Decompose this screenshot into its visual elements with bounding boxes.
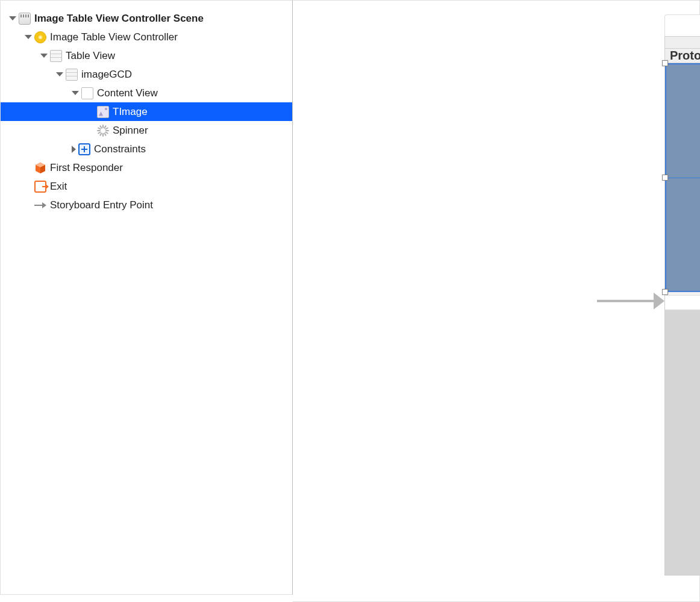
- outline-label-spinner: Spinner: [113, 125, 148, 137]
- imageview-icon: [97, 106, 109, 118]
- outline-label-constraints: Constraints: [94, 143, 146, 155]
- activity-indicator-icon: [97, 125, 109, 137]
- section-gap: [665, 296, 700, 310]
- outline-row-scene[interactable]: Image Table View Controller Scene: [1, 9, 292, 28]
- scene-icon: [19, 13, 31, 25]
- disclosure-spacer: [87, 127, 95, 134]
- disclosure-triangle-icon[interactable]: [25, 35, 32, 39]
- outline-row-constraints[interactable]: Constraints: [1, 140, 292, 158]
- outline-row-timage[interactable]: TImage: [1, 102, 292, 121]
- resize-handle-tl[interactable]: [662, 60, 668, 66]
- device-frame: Prototype Cells UI: [664, 36, 700, 576]
- disclosure-triangle-icon[interactable]: [9, 16, 16, 20]
- outline-label-vc: Image Table View Controller: [50, 31, 178, 43]
- scene-dock[interactable]: [664, 14, 700, 36]
- outline-row-exit[interactable]: Exit: [1, 177, 292, 196]
- outline-label-cell: imageGCD: [81, 69, 132, 81]
- constraints-icon: [78, 143, 90, 155]
- storyboard-canvas[interactable]: Prototype Cells UI: [293, 0, 700, 602]
- prototype-cell[interactable]: UIImageView: [665, 63, 700, 292]
- outline-label-tableview: Table View: [66, 50, 115, 62]
- outline-label-scene: Image Table View Controller Scene: [34, 13, 204, 25]
- disclosure-triangle-icon[interactable]: [40, 54, 48, 58]
- disclosure-spacer: [25, 202, 32, 209]
- outline-label-exit: Exit: [50, 181, 67, 193]
- disclosure-spacer: [87, 108, 95, 116]
- disclosure-spacer: [25, 164, 32, 172]
- outline-row-viewcontroller[interactable]: Image Table View Controller: [1, 28, 292, 46]
- status-bar: [665, 37, 700, 49]
- disclosure-triangle-icon[interactable]: [72, 146, 76, 153]
- entry-point-arrow-icon: [34, 199, 46, 211]
- outline-row-entry-point[interactable]: Storyboard Entry Point: [1, 196, 292, 214]
- outline-row-tableview[interactable]: Table View: [1, 46, 292, 65]
- outline-label-contentview: Content View: [97, 87, 158, 99]
- storyboard-entry-arrow-icon[interactable]: [597, 293, 664, 309]
- tablecell-icon: [66, 69, 78, 81]
- outline-row-contentview[interactable]: Content View: [1, 84, 292, 102]
- uiimageview[interactable]: [665, 63, 700, 292]
- first-responder-icon: [34, 162, 46, 174]
- outline-row-spinner[interactable]: Spinner: [1, 121, 292, 140]
- outline-label-entry: Storyboard Entry Point: [50, 199, 153, 211]
- exit-icon: [34, 181, 46, 193]
- view-icon: [81, 87, 93, 99]
- outline-row-cell[interactable]: imageGCD: [1, 65, 292, 84]
- disclosure-spacer: [25, 183, 32, 190]
- tableview-placeholder[interactable]: Table View Prototype Content: [665, 310, 700, 575]
- document-outline-panel[interactable]: Image Table View Controller Scene Image …: [0, 0, 293, 595]
- resize-handle-bl[interactable]: [662, 289, 668, 295]
- scene-canvas-object[interactable]: Prototype Cells UI: [664, 14, 700, 576]
- resize-handle-l[interactable]: [662, 175, 668, 181]
- outline-label-timage: TImage: [113, 106, 148, 118]
- outline-label-first-responder: First Responder: [50, 162, 123, 174]
- prototype-cells-label: Prototype Cells: [670, 49, 700, 63]
- disclosure-triangle-icon[interactable]: [72, 91, 79, 95]
- prototype-cells-header: Prototype Cells: [665, 49, 700, 63]
- outline-row-first-responder[interactable]: First Responder: [1, 158, 292, 177]
- tableview-icon: [50, 50, 62, 62]
- disclosure-triangle-icon[interactable]: [56, 72, 63, 76]
- viewcontroller-icon: [34, 31, 46, 43]
